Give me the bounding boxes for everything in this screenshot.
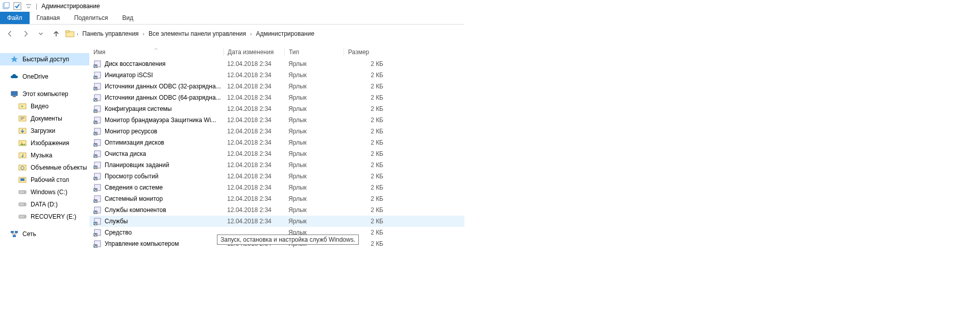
file-row[interactable]: Конфигурация системы12.04.2018 2:34Ярлык… [89,103,464,114]
sidebar-item-label: Документы [31,115,62,122]
sidebar-item-pc-child[interactable]: Рабочий стол [0,174,89,186]
nav-forward-button[interactable] [19,28,32,40]
file-size: 2 КБ [344,60,389,67]
sidebar-item-pc-child[interactable]: Видео [0,100,89,112]
file-size: 2 КБ [344,206,389,214]
sidebar-item-pc-child[interactable]: Windows (C:) [0,186,89,198]
breadcrumb-item[interactable]: Администрирование [254,29,316,38]
sidebar-item-label: Рабочий стол [31,176,69,183]
column-header-date[interactable]: Дата изменения [223,49,284,56]
address-folder-icon [65,29,75,38]
properties-icon[interactable] [2,2,10,10]
sidebar-item-pc-child[interactable]: DATA (D:) [0,198,89,211]
music-icon [18,151,27,159]
sidebar-item-quick-access[interactable]: Быстрый доступ [0,53,89,65]
file-size: 2 КБ [344,184,389,191]
ribbon-tab-home[interactable]: Главная [30,12,67,24]
shortcut-icon [93,206,102,214]
file-row[interactable]: Службы компонентов12.04.2018 2:34Ярлык2 … [89,204,464,216]
ribbon-tab-file-label: Файл [7,14,22,21]
file-row[interactable]: Службы12.04.2018 2:34Ярлык2 КБ [89,216,464,227]
file-name-cell: Системный монитор [89,195,223,203]
sidebar-item-pc-child[interactable]: Загрузки [0,125,89,137]
file-size: 2 КБ [344,117,389,124]
sidebar-item-pc-child[interactable]: Изображения [0,137,89,149]
file-row[interactable]: Просмотр событий12.04.2018 2:34Ярлык2 КБ [89,171,464,182]
breadcrumb-item[interactable]: Все элементы панели управления [146,29,248,38]
sidebar-item-label: RECOVERY (E:) [31,213,77,220]
column-header-label: Дата изменения [228,49,274,56]
3d-icon [18,164,27,172]
file-type: Ярлык [284,161,344,169]
ribbon-tab-view[interactable]: Вид [115,12,140,24]
file-date: 12.04.2018 2:34 [223,128,284,135]
chevron-right-icon[interactable]: › [77,31,78,37]
file-name: Очистка диска [105,150,146,157]
nav-back-button[interactable] [4,28,16,40]
column-header-type[interactable]: Тип [284,49,344,56]
network-icon [10,230,18,238]
ribbon-tab-file[interactable]: Файл [0,12,30,24]
file-date: 12.04.2018 2:34 [223,83,284,90]
sidebar-item-pc-child[interactable]: Документы [0,112,89,125]
shortcut-icon [93,82,102,90]
column-header-label: Размер [348,49,369,56]
sidebar-item-pc-child[interactable]: Музыка [0,149,89,161]
column-headers: ︿ Имя Дата изменения Тип Размер [89,43,464,58]
desktop-icon [18,176,27,184]
shortcut-icon [93,150,102,158]
shortcut-icon [93,60,102,68]
nav-up-button[interactable] [50,28,62,40]
file-name-cell: Монитор брандмауэра Защитника Wi... [89,116,223,124]
file-size: 2 КБ [344,150,389,157]
column-header-name[interactable]: ︿ Имя [89,49,223,56]
quick-access-toolbar [2,2,33,10]
window-title: Администрирование [41,3,100,10]
downloads-icon [18,127,27,135]
chevron-right-icon[interactable]: › [143,31,144,37]
file-row[interactable]: Системный монитор12.04.2018 2:34Ярлык2 К… [89,193,464,204]
svg-rect-11 [20,118,24,119]
ribbon-tab-share[interactable]: Поделиться [67,12,115,24]
sidebar-item-pc-child[interactable]: RECOVERY (E:) [0,211,89,223]
file-date: 12.04.2018 2:34 [223,195,284,202]
file-name: Источники данных ODBC (32-разрядна... [105,83,221,90]
svg-rect-10 [20,117,24,118]
file-name-cell: Источники данных ODBC (32-разрядна... [89,82,223,90]
breadcrumb-item[interactable]: Панель управления [80,29,140,38]
file-name-cell: Просмотр событий [89,172,223,180]
file-row[interactable]: Инициатор iSCSI12.04.2018 2:34Ярлык2 КБ [89,69,464,81]
file-name-cell: Службы [89,217,223,225]
nav-recent-dropdown[interactable] [35,28,47,40]
file-row[interactable]: Источники данных ODBC (64-разрядна...12.… [89,92,464,103]
checkbox-icon[interactable] [13,2,21,10]
svg-point-24 [24,204,25,205]
file-type: Ярлык [284,117,344,124]
file-row[interactable]: Оптимизация дисков12.04.2018 2:34Ярлык2 … [89,137,464,148]
file-type: Ярлык [284,218,344,225]
file-type: Ярлык [284,72,344,79]
svg-rect-29 [13,235,16,237]
sidebar-item-pc-child[interactable]: Объемные объекты [0,161,89,174]
drive-icon [18,188,27,196]
chevron-right-icon[interactable]: › [250,31,252,37]
file-row[interactable]: Источники данных ODBC (32-разрядна...12.… [89,81,464,92]
sidebar-item-label: Изображения [31,139,69,147]
file-size: 2 КБ [344,161,389,169]
address-bar[interactable]: › Панель управления › Все элементы панел… [65,29,316,38]
file-row[interactable]: Сведения о системе12.04.2018 2:34Ярлык2 … [89,182,464,193]
column-header-size[interactable]: Размер [344,49,389,56]
ribbon-tab-label: Вид [122,14,133,21]
file-row[interactable]: Монитор брандмауэра Защитника Wi...12.04… [89,114,464,126]
file-row[interactable]: Планировщик заданий12.04.2018 2:34Ярлык2… [89,159,464,171]
file-row[interactable]: Монитор ресурсов12.04.2018 2:34Ярлык2 КБ [89,126,464,137]
file-row[interactable]: Очистка диска12.04.2018 2:34Ярлык2 КБ [89,148,464,159]
sidebar-item-this-pc[interactable]: Этот компьютер [0,88,89,100]
file-row[interactable]: Диск восстановления12.04.2018 2:34Ярлык2… [89,58,464,69]
file-name-cell: Службы компонентов [89,206,223,214]
sidebar-item-label: OneDrive [22,73,48,80]
sidebar-item-onedrive[interactable]: OneDrive [0,71,89,83]
file-name: Просмотр событий [105,173,158,180]
sidebar-item-network[interactable]: Сеть [0,228,89,240]
qat-dropdown-icon[interactable] [24,2,33,10]
